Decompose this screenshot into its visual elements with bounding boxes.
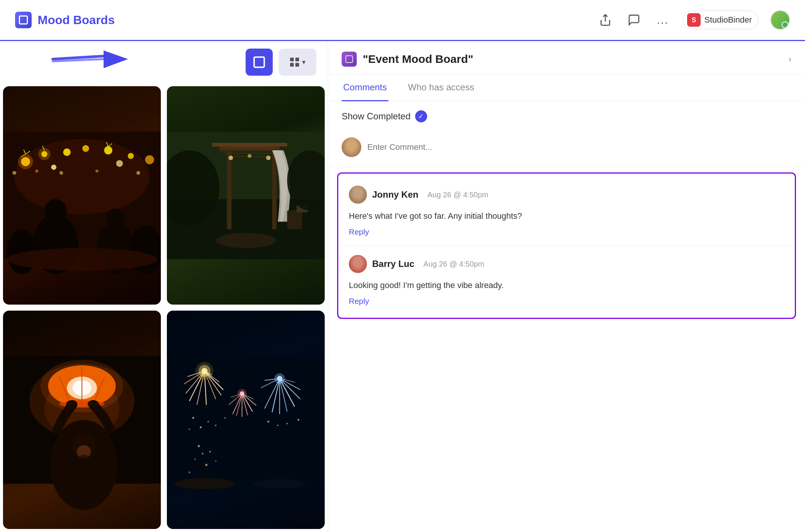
svg-line-22 xyxy=(106,142,108,146)
header-left: Mood Boards xyxy=(15,12,115,28)
user-avatar[interactable] xyxy=(770,10,790,30)
chevron-down-icon: ▾ xyxy=(302,58,306,66)
svg-point-52 xyxy=(266,155,270,160)
svg-line-73 xyxy=(189,371,205,401)
toolbar-row: ▾ xyxy=(0,41,328,83)
studiobinder-button[interactable]: S StudioBinder xyxy=(683,11,758,29)
svg-point-6 xyxy=(14,139,150,214)
app-title: Mood Boards xyxy=(38,13,115,27)
svg-line-20 xyxy=(21,154,26,157)
app-logo-icon xyxy=(19,15,28,24)
svg-point-71 xyxy=(80,454,88,459)
svg-point-7 xyxy=(21,157,30,166)
reply-button-2[interactable]: Reply xyxy=(349,297,369,306)
svg-line-92 xyxy=(280,378,300,399)
svg-point-34 xyxy=(95,169,98,172)
svg-point-13 xyxy=(104,146,112,154)
svg-point-29 xyxy=(129,226,161,274)
svg-point-115 xyxy=(189,428,190,430)
svg-point-26 xyxy=(97,222,134,274)
svg-point-11 xyxy=(63,148,71,156)
header: Mood Boards ... S StudioBinder xyxy=(0,0,805,41)
more-options-icon[interactable]: ... xyxy=(654,12,671,28)
tab-comments[interactable]: Comments xyxy=(342,75,388,101)
svg-point-59 xyxy=(67,377,97,399)
grid-dot-1 xyxy=(290,58,294,61)
show-completed-toggle[interactable]: ✓ xyxy=(415,110,427,122)
mood-image-3[interactable] xyxy=(3,311,161,529)
svg-point-12 xyxy=(82,145,89,152)
svg-line-18 xyxy=(24,149,26,154)
svg-point-45 xyxy=(216,233,276,248)
comment-author-1: Jonny Ken xyxy=(372,189,419,200)
right-panel: "Event Mood Board" › Comments Who has ac… xyxy=(328,41,805,532)
current-user-face xyxy=(342,137,361,157)
svg-line-90 xyxy=(280,378,287,412)
svg-point-64 xyxy=(60,400,105,408)
chat-icon[interactable] xyxy=(626,12,642,28)
svg-rect-40 xyxy=(220,146,280,151)
svg-point-111 xyxy=(208,421,209,422)
show-completed-label: Show Completed xyxy=(342,111,411,122)
svg-point-127 xyxy=(215,460,217,462)
expand-icon[interactable]: › xyxy=(788,54,791,64)
board-icon-inner xyxy=(345,55,353,63)
svg-point-60 xyxy=(73,380,92,395)
svg-point-55 xyxy=(44,378,120,439)
svg-line-83 xyxy=(186,371,205,393)
comment-header-1: Jonny Ken Aug 26 @ 4:50pm xyxy=(349,186,784,204)
svg-point-14 xyxy=(128,153,134,159)
grid-dot-3 xyxy=(290,63,294,67)
image-overlay-1 xyxy=(3,86,161,305)
svg-point-33 xyxy=(60,171,63,175)
svg-line-103 xyxy=(242,393,253,412)
single-view-button[interactable] xyxy=(246,49,273,76)
svg-line-93 xyxy=(280,378,300,390)
svg-point-116 xyxy=(267,421,269,422)
reply-button-1[interactable]: Reply xyxy=(349,227,369,236)
main-layout: ▾ xyxy=(0,41,805,532)
studiobinder-label: StudioBinder xyxy=(704,15,752,25)
svg-line-99 xyxy=(233,393,242,414)
mood-image-4[interactable] xyxy=(167,311,325,529)
share-icon[interactable] xyxy=(597,12,614,28)
svg-line-74 xyxy=(197,371,205,405)
svg-point-10 xyxy=(38,148,50,160)
svg-point-112 xyxy=(215,425,217,426)
comment-input-field[interactable] xyxy=(367,142,791,152)
svg-point-108 xyxy=(240,391,244,396)
svg-line-105 xyxy=(242,393,254,399)
svg-point-124 xyxy=(194,459,196,460)
svg-line-77 xyxy=(205,371,221,395)
show-completed-row: Show Completed ✓ xyxy=(328,101,805,131)
comment-time-2: Aug 26 @ 4:50pm xyxy=(423,260,484,268)
svg-point-68 xyxy=(87,400,99,408)
header-right: ... S StudioBinder xyxy=(597,10,790,30)
svg-point-114 xyxy=(225,417,226,419)
studiobinder-logo: S xyxy=(687,13,701,27)
svg-line-95 xyxy=(264,378,280,380)
board-icon xyxy=(342,52,357,67)
svg-point-65 xyxy=(50,420,118,510)
grid-view-button[interactable]: ▾ xyxy=(279,49,316,76)
svg-point-128 xyxy=(188,471,190,473)
grid-dots-icon xyxy=(290,58,299,67)
svg-point-54 xyxy=(29,363,134,439)
svg-line-19 xyxy=(26,151,30,154)
grid-dot-2 xyxy=(295,58,299,61)
svg-point-24 xyxy=(33,214,78,274)
svg-point-69 xyxy=(76,445,92,459)
svg-point-58 xyxy=(41,360,123,412)
svg-line-80 xyxy=(205,371,212,375)
svg-line-100 xyxy=(237,393,242,416)
image-overlay-2 xyxy=(167,86,325,305)
svg-point-15 xyxy=(145,155,154,164)
mood-image-2[interactable] xyxy=(167,86,325,305)
arrow-annotation xyxy=(49,45,132,75)
comment-text-1: Here's what I've got so far. Any initial… xyxy=(349,210,784,222)
tab-who-has-access[interactable]: Who has access xyxy=(406,75,476,101)
mood-image-1[interactable] xyxy=(3,86,161,305)
svg-line-107 xyxy=(229,393,242,405)
svg-line-87 xyxy=(264,378,280,409)
svg-line-88 xyxy=(272,378,280,412)
